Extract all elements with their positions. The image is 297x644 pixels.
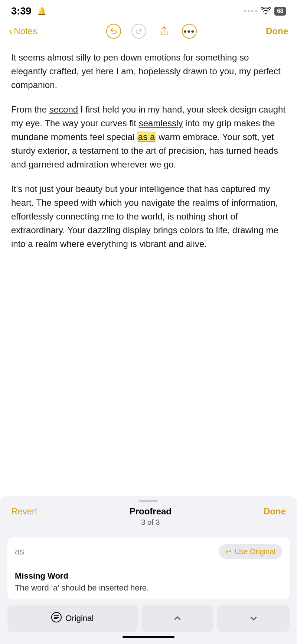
done-button[interactable]: Done [266, 26, 288, 36]
paragraph-2: From the second I first held you in my h… [11, 103, 286, 172]
share-button[interactable] [157, 24, 172, 39]
toolbar-right: Done [266, 26, 288, 36]
drag-handle [139, 500, 158, 502]
para2-second-underlined: second [49, 104, 78, 114]
proofread-title-group: Proofread 3 of 3 [130, 506, 172, 527]
suggestion-top: as ↩ Use Original [15, 544, 282, 559]
status-time: 3:39 [11, 5, 31, 17]
status-bar: 3:39 🔔 68 [0, 0, 297, 20]
toolbar-actions: ⚫⚫⚫ [106, 24, 197, 39]
original-list-icon [51, 612, 62, 625]
back-navigation[interactable]: ‹ Notes [9, 26, 37, 36]
bottom-buttons: Original [7, 605, 290, 632]
original-button[interactable]: Original [7, 605, 138, 632]
notification-bell-icon: 🔔 [37, 7, 46, 16]
wifi-icon [261, 7, 271, 16]
battery-level: 68 [274, 7, 286, 16]
para3-text: It’s not just your beauty but your intel… [11, 184, 278, 249]
use-original-label: Use Original [235, 547, 275, 556]
para2-as-a-highlighted: as a [137, 131, 156, 142]
use-original-icon: ↩ [225, 547, 232, 556]
next-suggestion-button[interactable] [217, 605, 290, 632]
toolbar: ‹ Notes ⚫⚫⚫ Done [0, 20, 297, 43]
home-indicator [123, 636, 174, 638]
proofread-done-button[interactable]: Done [264, 506, 286, 517]
battery: 68 [274, 7, 286, 16]
paragraph-3: It’s not just your beauty but your intel… [11, 182, 286, 251]
original-label: Original [65, 614, 94, 623]
para2-seamlessly-underlined: seamlessly [139, 118, 183, 128]
para2-before-second: From the [11, 104, 49, 114]
undo-button[interactable] [106, 24, 121, 39]
proofread-subtitle: 3 of 3 [130, 518, 172, 527]
suggestion-card: as ↩ Use Original Missing Word The word … [7, 537, 290, 599]
proofread-title: Proofread [130, 506, 172, 517]
status-icons: 68 [244, 7, 286, 16]
note-content: It seems almost silly to pen down emotio… [0, 43, 297, 262]
prev-suggestion-button[interactable] [141, 605, 214, 632]
suggestion-word: as [15, 546, 24, 557]
redo-button[interactable] [131, 24, 146, 39]
more-button[interactable]: ⚫⚫⚫ [182, 24, 197, 39]
proofread-panel: Revert Proofread 3 of 3 Done as ↩ Use Or… [0, 496, 297, 644]
suggestion-divider [7, 565, 290, 565]
missing-word-desc: The word ‘a’ should be inserted here. [15, 583, 282, 593]
missing-word-title: Missing Word [15, 571, 282, 581]
use-original-button[interactable]: ↩ Use Original [219, 544, 282, 559]
back-chevron-icon: ‹ [9, 26, 12, 36]
proofread-header: Revert Proofread 3 of 3 Done [0, 506, 297, 532]
back-button[interactable]: Notes [14, 26, 37, 36]
para1-text: It seems almost silly to pen down emotio… [11, 52, 281, 90]
revert-button[interactable]: Revert [11, 506, 37, 517]
paragraph-1: It seems almost silly to pen down emotio… [11, 51, 286, 92]
signal-dots [244, 10, 257, 12]
